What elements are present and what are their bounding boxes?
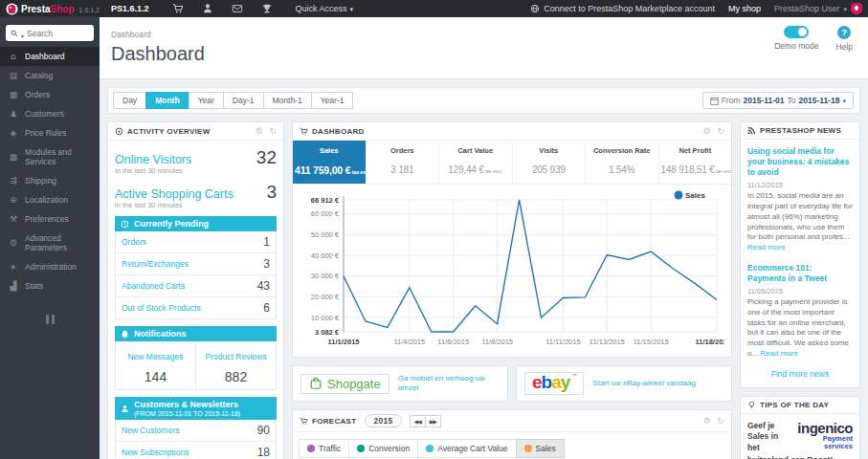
sidebar-item-preferences[interactable]: ⚒Preferences [0, 209, 100, 229]
news-article-title[interactable]: Using social media for your business: 4 … [747, 146, 853, 178]
panel-refresh-icon[interactable] [717, 416, 724, 426]
forecast-toggle-conversion[interactable]: Conversion [348, 439, 418, 458]
marketplace-link[interactable]: Connect to PrestaShop Marketplace accoun… [530, 4, 715, 13]
header-controls: Demo mode ? Help [774, 26, 853, 52]
list-item: Orders1 [116, 231, 276, 253]
lightbulb-icon [747, 401, 756, 409]
prestashop-logo-icon [6, 3, 18, 15]
sidebar-item-orders[interactable]: ▦Orders [0, 85, 100, 104]
sidebar-item-catalog[interactable]: ▤Catalog [0, 66, 100, 85]
range-button-day[interactable]: Day [113, 92, 146, 109]
my-shop-link[interactable]: My shop [728, 4, 761, 13]
out-of-stock-products-link[interactable]: Out of Stock Products [122, 303, 201, 313]
product-reviews-link[interactable]: Product Reviews [206, 352, 267, 361]
messages-icon[interactable] [232, 3, 243, 14]
new-customers-link[interactable]: New Customers [122, 426, 179, 435]
svg-text:60 000 €: 60 000 € [311, 209, 340, 218]
online-visitors-link[interactable]: Online Visitors [115, 153, 191, 166]
help-icon[interactable]: ? [837, 26, 851, 39]
demo-mode-toggle[interactable] [784, 26, 809, 38]
quick-access-menu[interactable]: Quick Access [296, 4, 354, 13]
shopgate-logo: Shopgate [300, 374, 389, 394]
sidebar-collapse-button[interactable] [0, 311, 100, 328]
read-more-link[interactable]: Read more [760, 349, 798, 358]
find-more-news-link[interactable]: Find more news [747, 369, 853, 379]
search-icon [11, 30, 18, 37]
panel-settings-icon[interactable] [256, 126, 263, 136]
search-input[interactable] [27, 29, 89, 38]
range-button-month-1[interactable]: Month-1 [263, 92, 312, 109]
return-exchanges-link[interactable]: Return/Exchanges [122, 259, 189, 269]
cart-icon[interactable] [172, 3, 184, 14]
forecast-year[interactable]: 2015 [365, 414, 401, 427]
news-article-title[interactable]: Ecommerce 101: Payments in a Tweet [747, 263, 853, 284]
kpi-tab-conversion-rate[interactable]: Conversion Rate1.54% [586, 141, 659, 184]
trophy-icon[interactable] [261, 3, 273, 14]
sidebar-item-dashboard[interactable]: ⌂Dashboard [0, 47, 100, 66]
kpi-tab-cart-value[interactable]: Cart Value129,44 € tax excl. [439, 141, 513, 184]
activity-overview-panel: ACTIVITY OVERVIEW Online Visitors32 in t… [107, 121, 284, 459]
content-grid: ACTIVITY OVERVIEW Online Visitors32 in t… [107, 121, 860, 459]
forecast-toggle-sales[interactable]: Sales [516, 439, 565, 458]
kpi-tab-orders[interactable]: Orders3 181 [367, 141, 440, 184]
shopgate-link[interactable]: Ga mobiel en verhoog uw omzet [398, 374, 500, 393]
customers-topbar-icon[interactable] [202, 3, 213, 14]
list-item: New Customers90 [116, 420, 276, 442]
price-rules-icon: ◈ [9, 128, 18, 138]
clock-icon [121, 220, 129, 229]
range-button-year-1[interactable]: Year-1 [311, 92, 354, 109]
topbar-icons [172, 3, 273, 14]
sidebar-item-localization[interactable]: ⊕Localization [0, 190, 100, 209]
news-article: Ecommerce 101: Payments in a Tweet11/05/… [747, 263, 853, 360]
sidebar-item-shipping[interactable]: ⇶Shipping [0, 171, 100, 190]
activity-overview-header: ACTIVITY OVERVIEW [108, 122, 283, 141]
range-button-day-1[interactable]: Day-1 [223, 92, 264, 109]
abandoned-carts-link[interactable]: Abandoned Carts [122, 281, 185, 291]
date-range-toolbar: DayMonthYearDay-1Month-1Year-1 From 2015… [107, 87, 860, 114]
forecast-next-button[interactable]: ▶▶ [425, 415, 441, 427]
kpi-tab-sales[interactable]: Sales411 759,00 € tax excl. [293, 141, 367, 184]
sidebar-item-stats[interactable]: ▟Stats [0, 276, 100, 295]
sidebar-search[interactable] [6, 25, 94, 41]
sidebar-item-modules-and-services[interactable]: ▩Modules and Services [0, 142, 100, 171]
new-messages-link[interactable]: New Messages [127, 352, 183, 361]
read-more-link[interactable]: Read more [747, 243, 786, 251]
notifications-section: Notifications New Messages144Product Rev… [115, 326, 277, 390]
news-header: PRESTASHOP NEWS [741, 122, 859, 140]
catalog-icon: ▤ [9, 71, 18, 80]
help-label: Help [836, 42, 853, 52]
panel-settings-icon[interactable] [703, 126, 711, 136]
help-control: ? Help [836, 26, 853, 52]
pending-rows: Orders1Return/Exchanges3Abandoned Carts4… [115, 231, 277, 319]
forecast-toggle-average-cart-value[interactable]: Average Cart Value [417, 439, 516, 458]
news-article-date: 11/12/2015 [747, 181, 853, 189]
advanced-parameters-icon: ⚙ [9, 238, 18, 248]
sidebar-item-customers[interactable]: ♟Customers [0, 104, 100, 123]
range-button-month[interactable]: Month [145, 92, 189, 109]
new-subscriptions-link[interactable]: New Subscriptions [122, 448, 189, 457]
ebay-banner: ebay™ Start uw eBay-winkel vandaag [516, 365, 732, 402]
news-article-excerpt: Picking a payment provider is one of the… [747, 297, 853, 360]
orders-link[interactable]: Orders [122, 237, 146, 247]
search-scope-caret-icon[interactable] [21, 25, 24, 42]
kpi-tab-visits[interactable]: Visits205 939 [513, 141, 587, 184]
forecast-prev-button[interactable]: ◀◀ [410, 415, 426, 427]
svg-text:11/6/2015: 11/6/2015 [437, 338, 469, 346]
active-carts-link[interactable]: Active Shopping Carts [115, 187, 234, 201]
preferences-icon: ⚒ [9, 214, 18, 224]
ebay-link[interactable]: Start uw eBay-winkel vandaag [592, 379, 696, 388]
date-range-picker[interactable]: From 2015-11-01 To 2015-11-18 [702, 92, 854, 109]
sidebar-item-price-rules[interactable]: ◈Price Rules [0, 123, 100, 142]
kpi-tab-net-profit[interactable]: Net Profit148 918,51 € tax excl. [659, 141, 732, 184]
sidebar-item-administration[interactable]: ∗Administration [0, 257, 100, 276]
panel-settings-icon[interactable] [703, 416, 711, 426]
sidebar-item-advanced-parameters[interactable]: ⚙Advanced Parameters [0, 229, 100, 257]
panel-refresh-icon[interactable] [269, 126, 277, 136]
user-menu[interactable]: PrestaShop User [774, 3, 863, 15]
prestashop-logo[interactable]: PrestaShop 1.6.1.2 PS1.6.1.2 [0, 3, 155, 15]
svg-text:20 000 €: 20 000 € [311, 293, 340, 301]
panel-refresh-icon[interactable] [717, 126, 724, 136]
forecast-toggle-traffic[interactable]: Traffic [299, 439, 349, 458]
breadcrumb[interactable]: Dashboard [111, 30, 151, 39]
range-button-year[interactable]: Year [189, 92, 224, 109]
